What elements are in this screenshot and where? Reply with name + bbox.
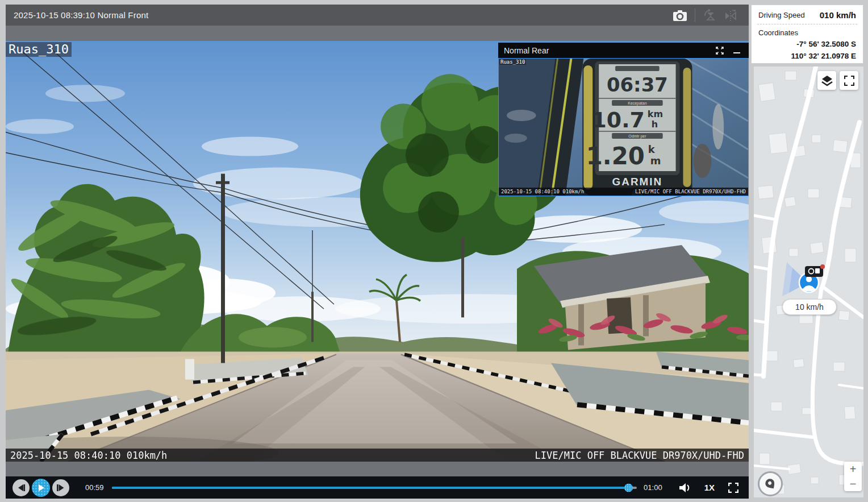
previous-button[interactable] — [12, 479, 30, 496]
video-title: 2025-10-15 08:39:10 Normal Front — [6, 10, 148, 20]
play-button[interactable] — [32, 479, 50, 497]
pip-header[interactable]: Normal Rear — [498, 43, 749, 58]
map-canvas — [754, 67, 863, 497]
video-player-area: Ruas_310 2025-10-15 08:40:10 010km/h LIV… — [6, 26, 749, 476]
driving-speed-label: Driving Speed — [758, 11, 805, 19]
gps-speed-unit-top: km — [648, 109, 663, 119]
gps-odo-label: Odmtr per — [628, 134, 646, 139]
driving-speed-value: 010 km/h — [820, 10, 856, 20]
map-fullscreen-icon — [844, 76, 854, 86]
volume-button[interactable] — [678, 483, 691, 493]
pip-route-label: Ruas_310 — [499, 59, 526, 65]
next-icon — [56, 483, 66, 492]
speaker-icon — [678, 483, 691, 493]
gps-odo-value: 1.20 — [586, 142, 645, 170]
map-recenter-button[interactable] — [758, 471, 783, 496]
gps-speed-label: Kecepatan — [628, 101, 646, 106]
gps-brand: GARMIN — [612, 176, 663, 188]
gps-odo-unit-bottom: m — [650, 155, 661, 167]
current-time: 00:59 — [85, 483, 104, 492]
dashcam-rear-scene: 06:37 Kecepatan 10.7 km h Odmtr per 1.20… — [499, 59, 748, 196]
gps-speed-value: 10.7 — [592, 107, 645, 132]
pip-expand-button[interactable] — [713, 45, 726, 56]
titlebar-actions — [670, 5, 749, 26]
pip-osd-model: LIVE/MIC OFF BLACKVUE DR970X/UHD-FHD — [635, 189, 746, 194]
zoom-out-button[interactable]: − — [844, 476, 862, 491]
longitude-value: 110° 32' 21.0978 E — [752, 50, 863, 62]
gps-time: 06:37 — [607, 74, 668, 96]
seek-fill — [112, 487, 629, 489]
osd-timestamp: 2025-10-15 08:40:10 010km/h — [10, 450, 167, 461]
seek-handle[interactable] — [624, 483, 633, 492]
coordinates-label: Coordinates — [752, 24, 863, 38]
latitude-value: -7° 56' 32.5080 S — [752, 38, 863, 50]
fullscreen-button[interactable] — [728, 483, 738, 493]
route-label: Ruas_310 — [6, 42, 72, 57]
map-zoom-panel: + − — [844, 462, 862, 491]
play-icon — [36, 483, 45, 492]
map-panel[interactable]: 10 km/h + − — [754, 67, 863, 497]
seek-bar[interactable] — [112, 484, 637, 492]
layers-icon — [821, 74, 833, 87]
pip-osd-bar: 2025-10-15 08:40:10 010km/h LIVE/MIC OFF… — [499, 188, 748, 196]
map-layers-button[interactable] — [817, 71, 836, 90]
playback-rate-button[interactable]: 1X — [704, 483, 715, 492]
flip-camera-icon — [723, 8, 738, 23]
flip-camera-button-disabled — [720, 7, 741, 24]
map-fullscreen-button[interactable] — [840, 71, 858, 90]
rear-camera-video[interactable]: 06:37 Kecepatan 10.7 km h Odmtr per 1.20… — [498, 58, 749, 196]
drive-info-card: Driving Speed 010 km/h Coordinates -7° 5… — [751, 5, 863, 64]
gps-speed-unit-bottom: h — [652, 119, 658, 130]
rotate-capture-icon — [703, 8, 717, 23]
camera-badge — [805, 264, 825, 277]
camera-icon — [673, 9, 687, 22]
fullscreen-icon — [728, 483, 738, 493]
expand-icon — [715, 46, 724, 55]
pip-osd-timestamp: 2025-10-15 08:40:10 010km/h — [501, 189, 584, 194]
snapshot-camera-button[interactable] — [670, 7, 690, 24]
minimize-icon — [733, 47, 741, 55]
playback-controls: 00:59 01:00 1X — [6, 476, 749, 499]
video-osd-bar: 2025-10-15 08:40:10 010km/h LIVE/MIC OFF… — [6, 449, 749, 462]
titlebar-divider — [695, 9, 695, 22]
total-time: 01:00 — [644, 483, 662, 492]
video-title-bar: 2025-10-15 08:39:10 Normal Front — [6, 5, 749, 26]
zoom-in-button[interactable]: + — [844, 462, 862, 476]
previous-icon — [16, 483, 26, 492]
pip-minimize-button[interactable] — [731, 45, 743, 56]
next-button[interactable] — [52, 479, 69, 496]
osd-model: LIVE/MIC OFF BLACKVUE DR970X/UHD-FHD — [535, 450, 744, 461]
pip-title: Normal Rear — [504, 46, 709, 55]
map-speed-pill: 10 km/h — [782, 299, 837, 315]
rotate-capture-button-disabled — [700, 7, 720, 24]
drop-pin-icon — [764, 478, 777, 490]
gps-odo-unit-top: k — [648, 143, 656, 155]
pip-window: Normal Rear — [498, 43, 749, 196]
blackvue-viewer-window: 2025-10-15 08:39:10 Normal Front — [0, 0, 868, 502]
